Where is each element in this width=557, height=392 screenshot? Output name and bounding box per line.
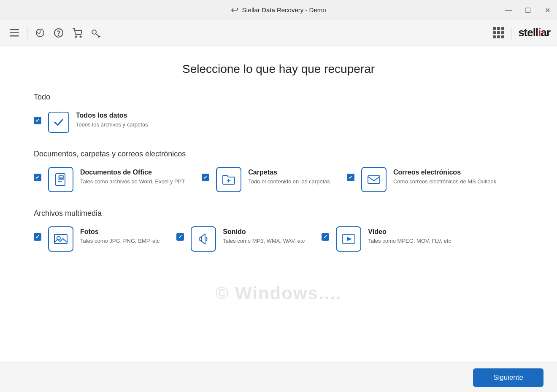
- sonido-name: Sonido: [223, 228, 305, 236]
- sonido-icon-box: [191, 226, 216, 252]
- svg-point-5: [58, 35, 59, 35]
- todos-text: Todos los datos Todos los archivos y car…: [76, 110, 148, 129]
- watermark: © Windows....: [215, 283, 341, 303]
- apps-icon[interactable]: [493, 27, 504, 38]
- section-documentos-title: Documentos, carpetas y correos electróni…: [34, 150, 523, 158]
- fotos-name: Fotos: [80, 228, 160, 236]
- svg-marker-21: [347, 237, 352, 241]
- correos-name: Correos electrónicos: [393, 169, 496, 176]
- history-icon[interactable]: [32, 25, 48, 40]
- checkbox-documentos-office[interactable]: [34, 174, 41, 181]
- toolbar-separator: [27, 27, 27, 39]
- section-todo: Todo Todos los datos Todos los archivos …: [34, 93, 523, 133]
- correos-icon-box: [361, 167, 387, 192]
- back-icon: ↩: [231, 5, 238, 16]
- item-documentos-office: doc Documentos de Office Tales como arch…: [34, 167, 185, 192]
- svg-rect-1: [10, 32, 19, 33]
- checkbox-todos-los-datos[interactable]: [34, 117, 41, 124]
- carpetas-name: Carpetas: [248, 169, 330, 176]
- correos-text: Correos electrónicos Como correos electr…: [393, 167, 496, 185]
- fotos-icon-box: [48, 226, 73, 252]
- svg-point-7: [80, 36, 81, 37]
- checkbox-carpetas[interactable]: [202, 174, 209, 181]
- video-name: Vídeo: [368, 228, 451, 236]
- carpetas-desc: Todo el contenido en las carpetas: [248, 178, 330, 185]
- section-multimedia: Archivos multimedia Fotos Tales como JPG…: [34, 209, 523, 252]
- checkbox-fotos[interactable]: [34, 233, 41, 241]
- item-todos-los-datos: Todos los datos Todos los archivos y car…: [34, 110, 152, 133]
- todos-name: Todos los datos: [76, 112, 148, 119]
- item-fotos: Fotos Tales como JPG, PNG, BMP, etc: [34, 226, 160, 252]
- carpetas-icon-box: [216, 167, 241, 192]
- section-documentos-items: doc Documentos de Office Tales como arch…: [34, 167, 523, 192]
- item-sonido: Sonido Tales como MP3, WMA, WAV, etc: [176, 226, 305, 252]
- next-button[interactable]: Siguiente: [473, 368, 543, 387]
- maximize-button[interactable]: ☐: [518, 0, 538, 20]
- menu-icon[interactable]: [7, 25, 22, 40]
- documentos-name: Documentos de Office: [80, 169, 185, 176]
- correos-desc: Como correos electrónicos de MS Outlook: [393, 178, 496, 185]
- key-icon[interactable]: [88, 25, 103, 40]
- section-multimedia-items: Fotos Tales como JPG, PNG, BMP, etc Soni…: [34, 226, 523, 252]
- svg-rect-0: [10, 29, 19, 30]
- section-todo-title: Todo: [34, 93, 523, 102]
- toolbar-right: stelliar: [493, 26, 550, 39]
- section-multimedia-title: Archivos multimedia: [34, 209, 523, 218]
- section-todo-items: Todos los datos Todos los archivos y car…: [34, 110, 523, 133]
- video-text: Vídeo Tales como MPEG, MOV, FLV, etc: [368, 226, 451, 245]
- section-documentos: Documentos, carpetas y correos electróni…: [34, 150, 523, 192]
- documentos-text: Documentos de Office Tales como archivos…: [80, 167, 185, 185]
- minimize-button[interactable]: —: [499, 0, 518, 20]
- documentos-desc: Tales como archivos de Word, Excel y PPT: [80, 178, 185, 185]
- cart-icon[interactable]: [70, 25, 85, 40]
- documentos-icon-box: doc: [48, 167, 73, 192]
- bottom-bar: Siguiente: [0, 362, 557, 392]
- todos-icon-box: [48, 112, 69, 133]
- fotos-text: Fotos Tales como JPG, PNG, BMP, etc: [80, 226, 160, 245]
- item-correos: Correos electrónicos Como correos electr…: [347, 167, 496, 192]
- item-carpetas: Carpetas Todo el contenido en las carpet…: [202, 167, 330, 192]
- checkbox-correos[interactable]: [347, 174, 354, 181]
- svg-rect-2: [10, 35, 19, 37]
- page-title: Seleccione lo que hay que recuperar: [34, 62, 523, 76]
- close-button[interactable]: ✕: [538, 0, 557, 20]
- todos-desc: Todos los archivos y carpetas: [76, 121, 148, 129]
- checkbox-video[interactable]: [322, 233, 329, 241]
- stellar-logo: stelliar: [518, 26, 550, 39]
- fotos-desc: Tales como JPG, PNG, BMP, etc: [80, 237, 160, 245]
- svg-rect-17: [368, 176, 380, 183]
- carpetas-text: Carpetas Todo el contenido en las carpet…: [248, 167, 330, 185]
- window-title: Stellar Data Recovery - Demo: [242, 6, 326, 13]
- window-controls: — ☐ ✕: [499, 0, 557, 20]
- title-bar: ↩ Stellar Data Recovery - Demo — ☐ ✕: [0, 0, 557, 20]
- sonido-desc: Tales como MP3, WMA, WAV, etc: [223, 237, 305, 245]
- item-video: Vídeo Tales como MPEG, MOV, FLV, etc: [322, 226, 451, 252]
- checkbox-sonido[interactable]: [176, 233, 184, 241]
- svg-point-6: [76, 36, 77, 37]
- help-icon[interactable]: [51, 25, 66, 40]
- video-desc: Tales como MPEG, MOV, FLV, etc: [368, 237, 451, 245]
- video-icon-box: [336, 226, 361, 252]
- main-content: Seleccione lo que hay que recuperar Todo…: [0, 46, 557, 362]
- title-bar-content: ↩ Stellar Data Recovery - Demo: [231, 5, 326, 16]
- toolbar: stelliar: [0, 20, 557, 46]
- logo-separator: [511, 27, 511, 39]
- svg-point-8: [92, 30, 96, 34]
- svg-text:doc: doc: [59, 176, 64, 179]
- svg-rect-18: [54, 234, 67, 244]
- sonido-text: Sonido Tales como MP3, WMA, WAV, etc: [223, 226, 305, 245]
